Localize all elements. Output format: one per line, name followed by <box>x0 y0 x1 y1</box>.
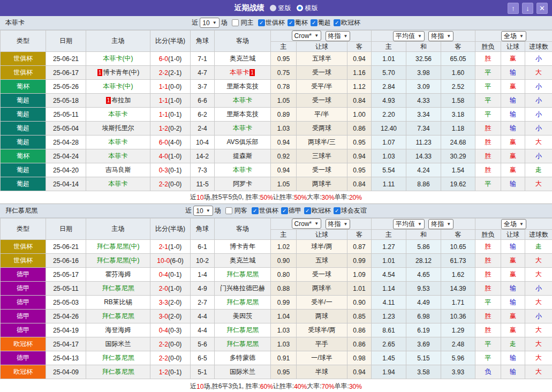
cover-value: 输 <box>510 180 516 187</box>
match-score: 2-2(0-0) <box>150 177 191 191</box>
goals-value: 大 <box>535 138 542 146</box>
same-venue-checkbox[interactable] <box>225 207 232 214</box>
home-odds: 1.04 <box>271 310 297 323</box>
avg-away-odds: 1.54 <box>441 163 475 177</box>
team-label: 门兴格拉德巴赫 <box>220 284 265 292</box>
goals: 小 <box>525 108 552 122</box>
league-checkbox[interactable]: ✓ <box>304 207 311 214</box>
team-label: 海登海姆 <box>105 326 131 334</box>
corner-score: 5-6 <box>191 337 215 351</box>
result: 胜 <box>475 268 501 282</box>
summary-text: 10 <box>196 194 203 201</box>
avg-draw-odds: 5.15 <box>406 351 441 365</box>
league-badge: 世俱杯 <box>1 66 46 80</box>
league-checkbox[interactable]: ✓ <box>258 19 265 26</box>
scope-select[interactable]: 全场▼ <box>501 219 526 229</box>
team-label: RB莱比锡 <box>104 298 132 306</box>
cover: 输 <box>501 365 525 379</box>
cover-value: 输 <box>510 284 516 292</box>
odds-mode-select[interactable]: 终指▼ <box>326 219 351 229</box>
section-header-bayern: 拜仁慕尼黑 近 10▼ 场 同客 ✓世俱杯✓德甲✓欧冠杯✓球会友谊 <box>0 204 552 218</box>
odds-mode-select[interactable]: 终指▼ <box>326 31 351 41</box>
league-checkbox[interactable]: ✓ <box>334 19 341 26</box>
same-venue-checkbox[interactable] <box>232 19 239 26</box>
team-label: 国际米兰 <box>230 368 255 375</box>
team-label: 拜仁慕尼黑 <box>226 298 259 306</box>
sub-header-cover: 让球 <box>501 42 525 52</box>
cover-value: 赢 <box>510 138 516 146</box>
match-count-select[interactable]: 10▼ <box>193 206 213 216</box>
league-checkbox[interactable]: ✓ <box>288 19 294 26</box>
halftime-score: (0-0) <box>168 355 182 362</box>
handicap-line: 受两球 <box>297 122 347 135</box>
summary-text: 让胜率: <box>273 382 294 391</box>
layout-radio-horizontal[interactable]: 横版 <box>297 4 318 13</box>
match-row: 世俱杯25-06-16拜仁慕尼黑(中)10-0(6-0)10-2奥克兰城0.90… <box>1 254 552 268</box>
league-checkbox[interactable]: ✓ <box>311 19 317 26</box>
league-checkbox-label: 欧冠杯 <box>341 18 360 27</box>
fulltime-score: 3-3 <box>159 299 168 306</box>
match-score: 2-2(0-0) <box>150 337 191 351</box>
cover-value: 输 <box>510 110 516 118</box>
result: 平 <box>475 66 501 80</box>
goals: 大 <box>525 365 552 379</box>
team-label: 本菲卡(中) <box>103 55 133 62</box>
odds-select-cell: Crow*▼ 终指▼ <box>271 31 372 42</box>
avg-mode-select[interactable]: 终指▼ <box>428 219 453 229</box>
league-badge: 德甲 <box>1 310 46 323</box>
chevron-down-icon: ▼ <box>314 33 319 38</box>
match-date: 25-04-26 <box>46 310 86 323</box>
home-odds: 0.90 <box>271 254 297 268</box>
odds-source-select[interactable]: Crow*▼ <box>292 218 322 229</box>
away-odds: 0.99 <box>347 254 372 268</box>
result-value: 平 <box>485 110 491 118</box>
match-date: 25-05-03 <box>46 296 86 310</box>
league-badge: 德甲 <box>1 268 46 282</box>
match-row: 葡超25-04-14本菲卡2-2(0-0)11-5阿罗卡1.05两球半0.841… <box>1 177 552 191</box>
avg-mode-select[interactable]: 终指▼ <box>428 31 453 41</box>
avg-home-odds: 2.65 <box>372 337 406 351</box>
sub-header-avg-home: 主 <box>372 230 406 240</box>
layout-radio-vertical[interactable]: 竖版 <box>270 4 291 13</box>
sub-header-avg-home: 主 <box>372 42 406 52</box>
home-team: 拜仁慕尼黑 <box>86 310 150 323</box>
team-label: 拜仁慕尼黑(中) <box>97 243 140 250</box>
odds-source-select[interactable]: Crow*▼ <box>292 31 322 41</box>
match-date: 25-05-18 <box>46 94 86 108</box>
scope-select[interactable]: 全场▼ <box>501 31 526 41</box>
avg-home-odds: 12.40 <box>372 122 406 135</box>
team-label: 多特蒙德 <box>230 354 255 361</box>
cover: 赢 <box>501 268 525 282</box>
summary-text: 50% <box>260 194 273 201</box>
avg-source-select[interactable]: 平均值▼ <box>393 31 425 41</box>
sub-header-away-odds: 客 <box>347 230 372 240</box>
home-team: 拜仁慕尼黑(中) <box>86 254 150 268</box>
corner-score: 7-1 <box>191 52 215 66</box>
team-label: 本菲卡 <box>109 110 128 118</box>
move-up-button[interactable]: ↑ <box>508 3 519 14</box>
handicap-line: 一/球半 <box>297 351 347 365</box>
away-team: 奥克兰城 <box>215 52 271 66</box>
halftime-score: (0-2) <box>168 125 182 132</box>
league-checkbox[interactable]: ✓ <box>252 207 259 214</box>
fulltime-score: 1-1 <box>159 97 168 104</box>
avg-draw-odds: 4.49 <box>406 296 441 310</box>
handicap-line: 五球半 <box>297 52 347 66</box>
avg-source-select[interactable]: 平均值▼ <box>393 219 425 229</box>
fulltime-score: 2-2 <box>159 355 168 362</box>
match-count-select[interactable]: 10▼ <box>200 18 219 28</box>
away-odds: 0.86 <box>347 323 372 337</box>
goals: 小 <box>525 149 552 163</box>
away-team: 本菲卡1 <box>215 66 271 80</box>
league-checkbox[interactable]: ✓ <box>281 207 288 214</box>
close-button[interactable]: ✕ <box>536 3 548 14</box>
league-checkbox[interactable]: ✓ <box>334 207 341 214</box>
match-row: 葡超25-05-11本菲卡1-1(0-1)6-2里斯本竞技0.89平/半1.00… <box>1 108 552 122</box>
home-team: 1博卡青年(中) <box>86 66 150 80</box>
home-team: 本菲卡 <box>86 149 150 163</box>
move-down-button[interactable]: ↓ <box>522 3 533 14</box>
match-date: 25-05-17 <box>46 268 86 282</box>
handicap-line: 五球 <box>297 254 347 268</box>
away-team: 国际米兰 <box>215 365 271 379</box>
halftime-score: (0-1) <box>168 368 182 376</box>
